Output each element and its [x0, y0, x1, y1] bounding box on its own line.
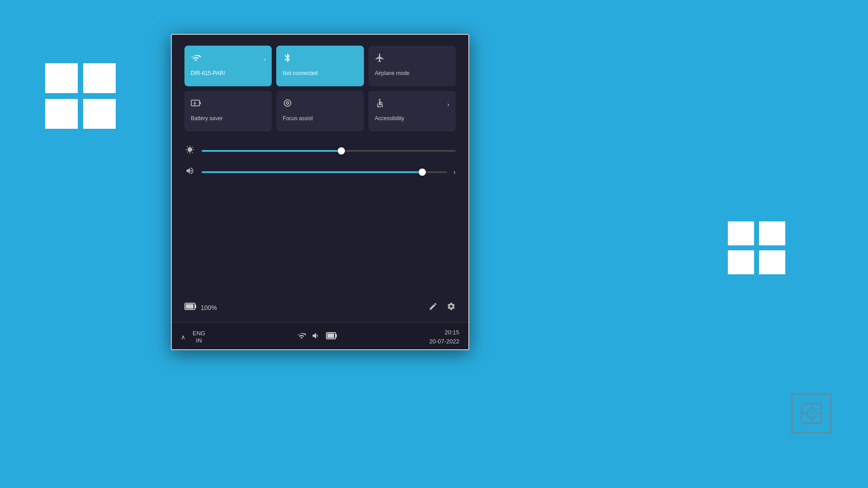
wifi-chevron-icon: ›	[264, 56, 266, 63]
svg-rect-8	[199, 102, 201, 104]
app-icon	[791, 393, 832, 434]
svg-rect-14	[327, 333, 334, 338]
svg-rect-15	[335, 334, 337, 338]
taskbar-date: 20-07-2022	[429, 337, 459, 346]
accessibility-icon	[375, 98, 385, 111]
taskbar-lang-line1: ENG	[193, 330, 205, 337]
battery-saver-button[interactable]: Battery saver	[184, 91, 272, 131]
win-pane	[728, 221, 754, 245]
wifi-button[interactable]: › DIR-615-PARI	[184, 46, 272, 86]
battery-icon	[184, 302, 197, 313]
taskbar-system-icons	[297, 331, 338, 343]
focus-assist-icon	[283, 98, 292, 111]
taskbar-wifi-icon[interactable]	[297, 331, 306, 343]
brightness-track[interactable]	[202, 150, 456, 152]
battery-info: 100%	[184, 302, 217, 313]
quick-actions-grid: › DIR-615-PARI Not connected	[184, 46, 456, 131]
svg-rect-7	[191, 100, 199, 106]
taskbar-language[interactable]: ENG IN	[193, 330, 205, 344]
battery-saver-label: Battery saver	[191, 115, 223, 122]
svg-point-2	[810, 412, 813, 415]
svg-rect-12	[195, 305, 196, 308]
win-pane	[759, 250, 785, 274]
wifi-label: DIR-615-PARI	[191, 70, 225, 76]
taskbar-battery-icon[interactable]	[326, 332, 338, 342]
volume-slider-row: ›	[184, 166, 456, 178]
bluetooth-button[interactable]: Not connected	[276, 46, 363, 86]
bluetooth-label: Not connected	[283, 70, 317, 76]
action-center: › DIR-615-PARI Not connected	[172, 35, 468, 322]
taskbar: ∧ ENG IN	[172, 322, 468, 350]
bluetooth-icon	[283, 53, 292, 66]
volume-icon	[184, 166, 195, 178]
win-pane	[45, 63, 78, 93]
edit-button[interactable]	[429, 302, 438, 313]
focus-assist-button[interactable]: Focus assist	[276, 91, 363, 131]
win-pane	[83, 63, 116, 93]
airplane-icon	[375, 53, 385, 66]
windows-logo-medium	[728, 221, 787, 276]
volume-thumb[interactable]	[419, 169, 426, 176]
accessibility-button[interactable]: › Accessibility	[368, 91, 456, 131]
accessibility-label: Accessibility	[375, 115, 404, 122]
battery-saver-icon	[191, 98, 202, 111]
focus-assist-label: Focus assist	[283, 115, 313, 122]
taskbar-time[interactable]: 20:15 20-07-2022	[429, 328, 459, 346]
airplane-label: Airplane mode	[375, 70, 410, 76]
show-hidden-icons-button[interactable]: ∧	[181, 333, 185, 341]
taskbar-lang-line2: IN	[196, 337, 202, 344]
brightness-thumb[interactable]	[338, 147, 345, 155]
wifi-icon	[191, 53, 201, 66]
win-pane	[759, 221, 785, 245]
bottom-action-icons	[429, 302, 456, 313]
volume-fill	[202, 171, 422, 173]
battery-percent: 100%	[201, 304, 217, 311]
taskbar-left: ∧ ENG IN	[181, 330, 205, 344]
settings-button[interactable]	[447, 302, 456, 313]
screen-container: › DIR-615-PARI Not connected	[171, 34, 469, 350]
bottom-bar: 100%	[184, 295, 456, 313]
sliders-section: ›	[184, 145, 456, 178]
taskbar-clock: 20:15	[444, 328, 459, 337]
brightness-fill	[202, 150, 341, 152]
taskbar-volume-icon[interactable]	[311, 331, 321, 343]
windows-logo-large	[45, 63, 118, 131]
win-pane	[728, 250, 754, 274]
accessibility-chevron-icon: ›	[447, 101, 449, 108]
win-pane	[83, 99, 116, 129]
brightness-slider-row	[184, 145, 456, 156]
volume-track[interactable]	[202, 171, 447, 173]
volume-expand-icon[interactable]: ›	[453, 168, 456, 176]
svg-rect-11	[186, 304, 193, 309]
airplane-mode-button[interactable]: Airplane mode	[368, 46, 456, 86]
brightness-icon	[184, 145, 195, 156]
win-pane	[45, 99, 78, 129]
svg-point-9	[379, 99, 381, 101]
